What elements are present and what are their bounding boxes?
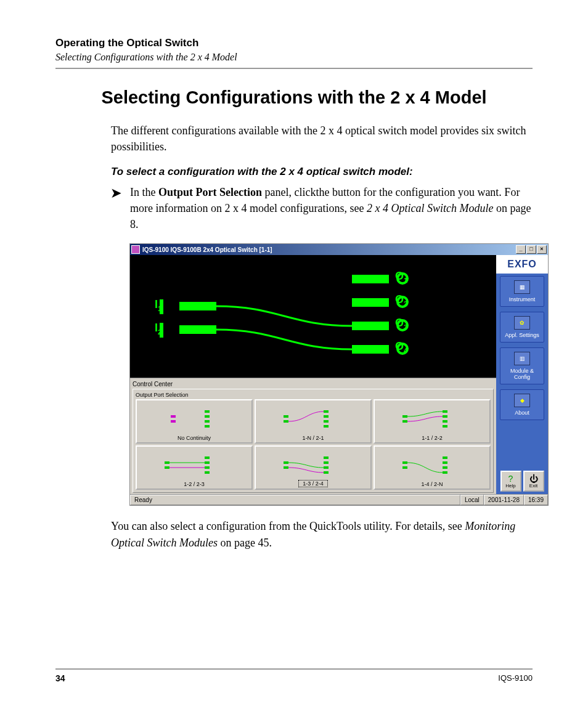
module-icon: ▥ (514, 352, 530, 365)
window-titlebar: IQS-9100 IQS-9100B 2x4 Optical Switch [1… (130, 244, 548, 255)
intro-paragraph: The different configurations available w… (111, 123, 533, 155)
about-icon: ◆ (514, 394, 530, 407)
footer-rule (55, 668, 533, 670)
sidebar-module-config[interactable]: ▥Module & Config (500, 347, 544, 384)
control-center-panel: Control Center Output Port Selection No … (130, 378, 496, 494)
switch-diagram: I1 I2 O1 O2 O3 (130, 255, 496, 378)
settings-icon: ✿ (514, 316, 530, 330)
bullet-arrow-icon: ➤ (111, 184, 121, 232)
status-date: 2001-11-28 (484, 495, 524, 505)
config-button-no-continuity[interactable]: No Continuity (136, 399, 253, 444)
config-button-2[interactable]: 1-1 / 2-2 (374, 399, 491, 444)
sidebar: EXFO ▦Instrument ✿Appl. Settings ▥Module… (496, 255, 548, 494)
page-title: Selecting Configurations with the 2 x 4 … (55, 87, 533, 108)
exit-button[interactable]: ⏻Exit (523, 471, 544, 492)
sidebar-appl-settings[interactable]: ✿Appl. Settings (500, 312, 544, 343)
status-ready: Ready (130, 495, 460, 505)
sidebar-instrument[interactable]: ▦Instrument (500, 276, 544, 307)
procedure-step: ➤ In the Output Port Selection panel, cl… (111, 184, 533, 232)
step-text-ref: 2 x 4 Optical Switch Module (367, 202, 493, 214)
page-number: 34 (55, 673, 65, 683)
config-button-4[interactable]: 1-3 / 2-4 (255, 445, 372, 490)
status-time: 16:39 (524, 495, 548, 505)
step-text-bold: Output Port Selection (158, 186, 262, 198)
minimize-button[interactable]: _ (516, 245, 526, 254)
header-section: Operating the Optical Switch (55, 37, 533, 49)
window-title: IQS-9100 IQS-9100B 2x4 Optical Switch [1… (142, 246, 515, 253)
status-local: Local (460, 495, 484, 505)
brand-logo: EXFO (496, 255, 548, 274)
control-center-label: Control Center (133, 381, 494, 387)
outro-paragraph: You can also select a configuration from… (111, 518, 533, 550)
header-rule (55, 68, 533, 69)
output-port-selection-label: Output Port Selection (136, 392, 491, 398)
maximize-button[interactable]: □ (526, 245, 536, 254)
page-footer: 34 IQS-9100 (55, 668, 533, 683)
help-icon: ? (508, 474, 513, 483)
app-screenshot: IQS-9100 IQS-9100B 2x4 Optical Switch [1… (129, 243, 549, 506)
header-subsection: Selecting Configurations with the 2 x 4 … (55, 52, 533, 63)
instrument-icon: ▦ (514, 280, 530, 294)
config-button-3[interactable]: 1-2 / 2-3 (136, 445, 253, 490)
config-button-5[interactable]: 1-4 / 2-N (374, 445, 491, 490)
path-lines (130, 255, 496, 378)
close-button[interactable]: × (537, 245, 547, 254)
footer-model: IQS-9100 (498, 673, 533, 683)
procedure-heading: To select a configuration with the 2 x 4… (111, 166, 533, 178)
app-icon (131, 245, 140, 254)
step-text-1: In the (130, 186, 158, 198)
power-icon: ⏻ (529, 474, 538, 483)
help-button[interactable]: ?Help (500, 471, 521, 492)
status-bar: Ready Local 2001-11-28 16:39 (130, 494, 548, 505)
config-button-1[interactable]: 1-N / 2-1 (255, 399, 372, 444)
sidebar-about[interactable]: ◆About (500, 389, 544, 420)
output-port-selection-panel: Output Port Selection No Continuity (133, 389, 494, 493)
